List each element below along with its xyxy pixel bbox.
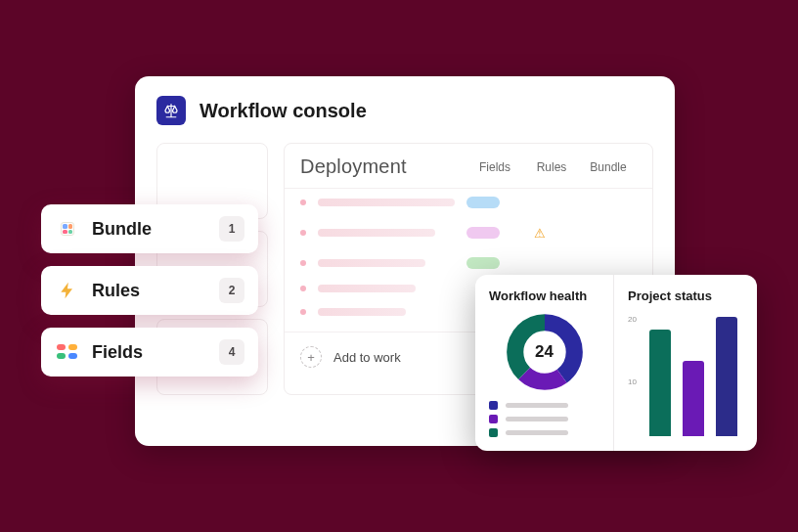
row-placeholder <box>318 308 406 316</box>
console-title: Workflow console <box>200 100 367 122</box>
legend-item <box>489 415 599 423</box>
card-fields[interactable]: Fields 4 <box>41 328 258 377</box>
bar <box>683 361 704 436</box>
row-indicator-icon <box>300 286 306 291</box>
legend-swatch <box>489 415 498 423</box>
donut-value: 24 <box>506 313 584 391</box>
card-rules[interactable]: Rules 2 <box>41 266 258 315</box>
legend-swatch <box>489 428 498 437</box>
legend-item <box>489 401 599 410</box>
health-legend <box>489 401 599 442</box>
column-rules[interactable]: Rules <box>523 160 580 174</box>
card-fields-label: Fields <box>92 342 207 363</box>
legend-placeholder <box>506 403 568 408</box>
donut-chart: 24 <box>506 313 584 391</box>
bar <box>649 330 671 436</box>
panel-title: Deployment <box>300 155 466 178</box>
console-header: Workflow console <box>156 96 653 143</box>
row-indicator-icon <box>300 260 306 266</box>
svg-rect-0 <box>57 344 66 350</box>
svg-rect-3 <box>68 353 77 359</box>
field-pill <box>466 257 500 269</box>
field-pill <box>466 227 500 239</box>
project-status: Project status 20 10 <box>614 275 757 451</box>
svg-rect-2 <box>57 353 66 359</box>
table-row[interactable] <box>285 249 652 277</box>
column-fields[interactable]: Fields <box>466 160 523 174</box>
card-bundle[interactable]: Bundle 1 <box>41 204 258 253</box>
legend-placeholder <box>506 417 568 421</box>
row-placeholder <box>318 259 425 267</box>
field-pill <box>466 197 500 208</box>
table-row[interactable] <box>285 189 652 216</box>
bar-chart: 20 10 <box>628 311 743 439</box>
legend-item <box>489 428 599 437</box>
plus-icon[interactable]: + <box>300 346 322 368</box>
card-rules-label: Rules <box>92 281 207 301</box>
panel-header: Deployment Fields Rules Bundle <box>285 144 652 189</box>
workflow-health-title: Workflow health <box>489 288 599 303</box>
row-indicator-icon <box>300 309 306 315</box>
axis-tick-20: 20 <box>628 315 637 324</box>
row-placeholder <box>318 285 416 292</box>
svg-rect-1 <box>68 344 77 350</box>
row-indicator-icon <box>300 200 306 205</box>
column-bundle[interactable]: Bundle <box>580 160 637 174</box>
workflow-health: Workflow health 24 <box>475 275 614 451</box>
row-indicator-icon <box>300 230 306 236</box>
row-placeholder <box>318 199 455 206</box>
rules-cell: ⚠ <box>511 224 568 242</box>
stats-card: Workflow health 24 Project status 20 10 <box>475 275 757 451</box>
legend-swatch <box>489 401 498 410</box>
grid-icon <box>55 216 80 242</box>
warning-icon: ⚠ <box>534 226 546 241</box>
legend-placeholder <box>506 430 568 435</box>
card-bundle-badge: 1 <box>219 216 244 242</box>
table-row[interactable]: ⚠ <box>285 216 652 249</box>
add-label: Add to work <box>333 350 401 365</box>
card-fields-badge: 4 <box>219 339 244 365</box>
tiles-icon <box>55 339 80 365</box>
bolt-icon <box>55 278 80 303</box>
axis-tick-10: 10 <box>628 377 637 386</box>
bar <box>716 317 737 436</box>
card-bundle-label: Bundle <box>92 219 207 240</box>
project-status-title: Project status <box>628 288 743 303</box>
card-rules-badge: 2 <box>219 278 244 303</box>
row-placeholder <box>318 229 435 237</box>
scales-icon <box>156 96 186 125</box>
